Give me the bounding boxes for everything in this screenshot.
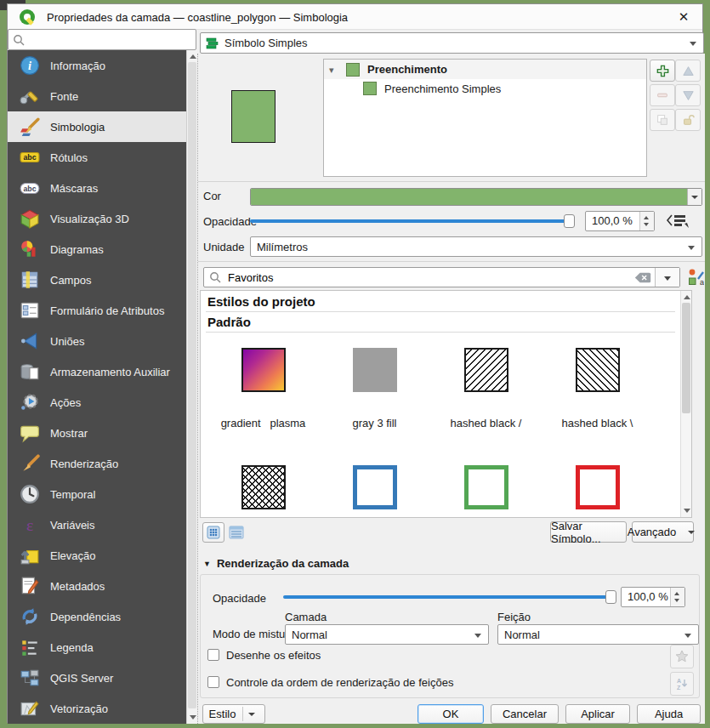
- apply-button[interactable]: Aplicar: [565, 704, 630, 724]
- feature-order-checkbox[interactable]: [207, 676, 219, 688]
- symbology-content: ▾ Preenchimento Preenchimento Simples: [197, 54, 705, 724]
- gallery-scrollbar[interactable]: [680, 291, 691, 517]
- tree-expand-icon[interactable]: ▾: [329, 65, 339, 75]
- sidebar-item-acoes[interactable]: Ações: [8, 387, 186, 418]
- style-item-outline[interactable]: [319, 465, 430, 509]
- layer-opacity-spinbox[interactable]: 100,0 %: [621, 587, 685, 607]
- scroll-up-icon[interactable]: [190, 54, 196, 59]
- style-item-label: gradient plasma: [207, 417, 319, 429]
- layer-blend-dropdown[interactable]: Normal: [285, 624, 489, 645]
- move-down-button[interactable]: [675, 84, 701, 106]
- sidebar-item-label: Armazenamento Auxiliar: [50, 366, 170, 378]
- color-dropdown-arrow[interactable]: [687, 189, 701, 205]
- sidebar-item-info[interactable]: iInformação: [8, 50, 186, 81]
- list-view-toggle[interactable]: [229, 525, 244, 543]
- layer-properties-dialog: Propriedades da camada — coastline_polyg…: [7, 3, 703, 723]
- style-item-label: hashed black \: [542, 417, 653, 429]
- advanced-button[interactable]: Avançado: [632, 521, 694, 543]
- sidebar-item-temporal[interactable]: Temporal: [8, 479, 186, 509]
- tree-item-fill[interactable]: ▾ Preenchimento: [324, 60, 646, 79]
- remove-symbol-layer-button[interactable]: [650, 84, 675, 106]
- fill-symbol-icon: [206, 37, 219, 50]
- sidebar-item-fonte[interactable]: Fonte: [8, 81, 186, 111]
- vetorizacao-icon: [20, 698, 40, 719]
- layer-opacity-slider[interactable]: [283, 589, 616, 606]
- filter-dropdown-arrow[interactable]: [655, 268, 679, 287]
- scrollbar-thumb[interactable]: [682, 303, 690, 413]
- feature-order-options-button[interactable]: AZ: [670, 672, 694, 696]
- scroll-up-icon[interactable]: [684, 295, 690, 299]
- sidebar-item-unioes[interactable]: Uniões: [8, 326, 186, 356]
- sidebar-item-armazenamento[interactable]: Armazenamento Auxiliar: [8, 356, 186, 387]
- slider-handle[interactable]: [564, 214, 575, 228]
- sidebar-item-variaveis[interactable]: εVariáveis: [8, 509, 186, 540]
- lock-colors-button[interactable]: [675, 109, 701, 131]
- sidebar-scrollbar[interactable]: [186, 50, 197, 724]
- spin-buttons[interactable]: [670, 588, 684, 606]
- duplicate-symbol-layer-button[interactable]: [650, 109, 675, 131]
- scroll-down-icon[interactable]: [190, 715, 196, 719]
- sidebar-item-label: Metadados: [50, 580, 105, 593]
- unit-dropdown[interactable]: Milímetros: [250, 236, 702, 257]
- draw-effects-checkbox[interactable]: [207, 649, 219, 661]
- sidebar-item-rotulos[interactable]: abcRótulos: [8, 142, 186, 173]
- vis3d-icon: [20, 208, 40, 229]
- sidebar-item-formulario[interactable]: Formulário de Atributos: [8, 295, 186, 326]
- sidebar-item-dependencias[interactable]: Dependências: [8, 601, 186, 632]
- unit-label: Unidade: [203, 241, 244, 253]
- help-button[interactable]: Ajuda: [637, 704, 701, 724]
- style-menu-button[interactable]: Estilo: [202, 704, 265, 724]
- scroll-down-icon[interactable]: [684, 509, 690, 513]
- sidebar-item-metadados[interactable]: Metadados: [8, 571, 186, 601]
- icon-view-toggle[interactable]: [202, 522, 224, 543]
- style-item-gradient plasma[interactable]: gradient plasma: [207, 348, 319, 429]
- properties-search-input[interactable]: [25, 32, 196, 47]
- style-item-outline[interactable]: [430, 465, 542, 509]
- rotulos-icon: abc: [20, 147, 40, 168]
- feature-blend-dropdown[interactable]: Normal: [497, 624, 699, 645]
- slider-handle[interactable]: [605, 590, 616, 604]
- style-item-outline[interactable]: [542, 465, 653, 509]
- cancel-button[interactable]: Cancelar: [491, 704, 559, 724]
- sidebar-item-vis3d[interactable]: Visualização 3D: [8, 203, 186, 234]
- move-up-button[interactable]: [675, 60, 701, 82]
- ok-button[interactable]: OK: [417, 704, 484, 724]
- style-item-hashed black /[interactable]: hashed black /: [430, 348, 542, 429]
- style-filter-input[interactable]: [226, 270, 634, 285]
- tree-item-simple-fill[interactable]: Preenchimento Simples: [324, 79, 646, 98]
- data-defined-override-button[interactable]: [665, 212, 690, 233]
- save-symbol-button[interactable]: Salvar Símbolo...: [550, 521, 627, 543]
- sidebar-item-diagramas[interactable]: Diagramas: [8, 234, 186, 264]
- spin-buttons[interactable]: [639, 212, 654, 230]
- style-manager-button[interactable]: a: [687, 268, 704, 288]
- sidebar-item-campos[interactable]: Campos: [8, 264, 186, 295]
- sidebar-item-simbologia[interactable]: Simbologia: [8, 111, 186, 142]
- opacity-slider[interactable]: [250, 213, 575, 230]
- style-item-hashed black \[interactable]: hashed black \: [542, 348, 653, 429]
- style-item-gray 3 fill[interactable]: gray 3 fill: [319, 348, 430, 429]
- effects-options-button[interactable]: [670, 645, 694, 668]
- symbol-type-dropdown[interactable]: Símbolo Simples: [200, 32, 704, 54]
- opacity-spinbox[interactable]: 100,0 %: [585, 211, 655, 231]
- add-symbol-layer-button[interactable]: [650, 60, 675, 82]
- symbol-preview-swatch: [231, 90, 275, 143]
- unioes-icon: [20, 331, 40, 351]
- svg-text:i: i: [28, 59, 31, 72]
- sidebar-item-label: Renderização: [50, 458, 118, 470]
- sidebar-item-mostrar[interactable]: Mostrar: [8, 418, 186, 448]
- simbologia-icon: [20, 117, 40, 137]
- style-item-crosshatch[interactable]: [207, 465, 319, 509]
- sidebar-item-mascaras[interactable]: abcMáscaras: [8, 173, 186, 203]
- collapse-icon[interactable]: ▼: [203, 560, 211, 568]
- clear-icon[interactable]: [634, 271, 651, 284]
- sidebar-item-renderizacao[interactable]: Renderização: [8, 448, 186, 479]
- sidebar-item-qgis-server[interactable]: QGIS Server: [8, 663, 186, 693]
- section-rule: [206, 332, 675, 333]
- sidebar-item-elevacao[interactable]: Elevação: [8, 540, 186, 571]
- close-icon[interactable]: ✕: [673, 8, 694, 26]
- scrollbar-thumb[interactable]: [188, 62, 196, 708]
- sidebar-item-vetorizacao[interactable]: Vetorização: [8, 693, 186, 724]
- layer-rendering-header[interactable]: ▼ Renderização da camada: [203, 557, 349, 570]
- fill-color-button[interactable]: [250, 188, 702, 206]
- sidebar-item-legenda[interactable]: Legenda: [8, 632, 186, 663]
